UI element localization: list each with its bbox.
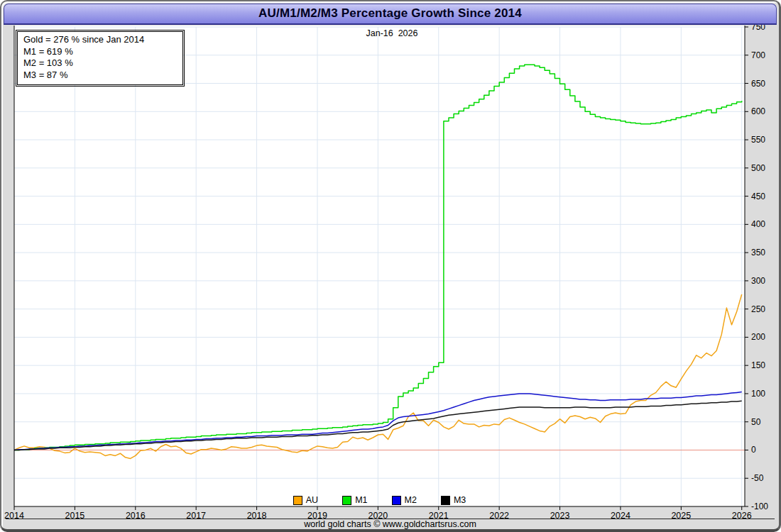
y-tick-label: -100 <box>751 501 768 511</box>
y-tick-label: 550 <box>751 135 765 145</box>
y-tick-label: 0 <box>751 445 756 455</box>
summary-info-box: Gold = 276 % since Jan 2014 M1 = 619 % M… <box>17 31 183 85</box>
info-line-m1: M1 = 619 % <box>23 46 177 58</box>
legend-swatch-m3 <box>441 496 450 505</box>
chart-window: 7507006506005505004504003503002502001501… <box>0 0 781 532</box>
y-tick-label: 700 <box>751 50 765 60</box>
info-line-m3: M3 = 87 % <box>23 70 177 82</box>
y-tick-label: -50 <box>751 473 764 483</box>
info-line-m2: M2 = 103 % <box>23 57 177 70</box>
y-tick-label: 450 <box>751 192 765 201</box>
legend-item-m3: M3 <box>441 495 466 505</box>
legend-item-m1: M1 <box>342 495 367 505</box>
legend-item-au: AU <box>293 495 318 505</box>
chart-legend: AUM1M2M3 <box>14 494 745 506</box>
y-tick-label: 600 <box>751 106 765 116</box>
last-date-label: Jan-16 2026 <box>314 28 470 38</box>
y-tick-label: 200 <box>751 332 765 342</box>
y-tick-label: 400 <box>751 219 765 229</box>
footer-credit: world gold charts © www.goldchartsrus.co… <box>1 519 779 529</box>
y-tick-label: 300 <box>751 276 765 286</box>
y-tick-label: 500 <box>751 163 765 173</box>
legend-swatch-m1 <box>342 496 351 505</box>
title-bar: AU/M1/M2/M3 Percentage Growth Since 2014 <box>4 4 777 25</box>
legend-swatch-m2 <box>392 496 401 505</box>
legend-swatch-au <box>293 496 302 505</box>
legend-item-m2: M2 <box>392 495 417 505</box>
legend-label-m3: M3 <box>454 495 466 505</box>
info-line-gold: Gold = 276 % since Jan 2014 <box>23 34 177 46</box>
page-title: AU/M1/M2/M3 Percentage Growth Since 2014 <box>4 4 776 23</box>
legend-label-m1: M1 <box>355 495 367 505</box>
y-tick-label: 50 <box>751 417 761 427</box>
legend-label-au: AU <box>306 495 318 505</box>
y-tick-label: 650 <box>751 79 765 89</box>
y-tick-label: 350 <box>751 248 765 257</box>
legend-label-m2: M2 <box>405 495 417 505</box>
y-tick-label: 250 <box>751 304 765 314</box>
y-tick-label: 150 <box>751 360 765 370</box>
y-tick-label: 100 <box>751 389 765 399</box>
y-axis-ticks: 7507006506005505004504003503002502001501… <box>745 22 768 511</box>
